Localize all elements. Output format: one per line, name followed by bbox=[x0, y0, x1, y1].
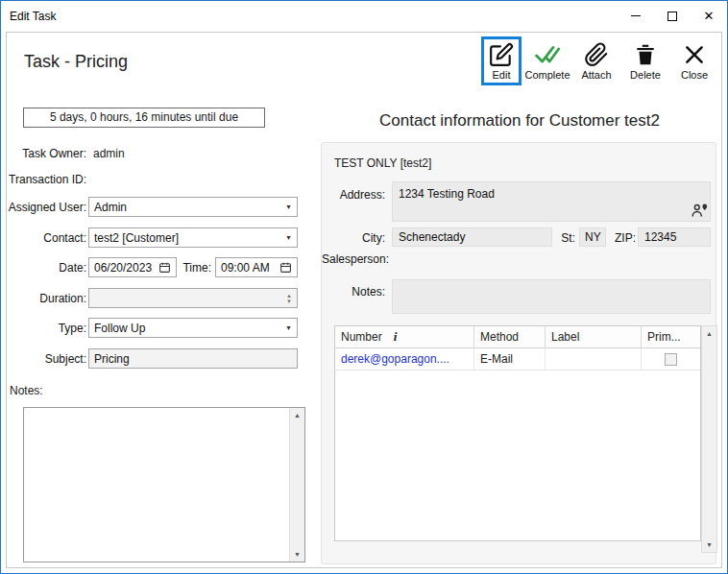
delete-button-label: Delete bbox=[630, 69, 661, 81]
type-value: Follow Up bbox=[94, 322, 145, 335]
zip-label: ZIP: bbox=[574, 231, 636, 245]
date-time-row: Date: 06/20/2023 Time: 09:00 AM bbox=[7, 257, 314, 277]
attach-button[interactable]: Attach bbox=[573, 36, 619, 85]
trash-icon bbox=[633, 42, 658, 67]
time-picker[interactable]: 09:00 AM bbox=[215, 257, 298, 277]
time-label: Time: bbox=[132, 261, 211, 275]
contact-info-heading: Contact information for Customer test2 bbox=[321, 111, 718, 131]
cell-method: E-Mail bbox=[474, 348, 546, 370]
chevron-down-icon: ▼ bbox=[285, 203, 292, 210]
zip-field: 12345 bbox=[638, 227, 711, 247]
salesperson-label: Salesperson: bbox=[322, 252, 385, 266]
attach-button-label: Attach bbox=[581, 69, 611, 81]
duration-stepper[interactable]: ▲ ▼ bbox=[88, 288, 298, 308]
task-owner-value: admin bbox=[93, 147, 125, 160]
email-link[interactable]: derek@goparagon.... bbox=[341, 352, 449, 366]
type-label: Type: bbox=[7, 322, 86, 335]
type-combobox[interactable]: Follow Up ▼ bbox=[88, 318, 298, 338]
column-header-primary[interactable]: Prim... bbox=[642, 326, 700, 347]
zip-value: 12345 bbox=[644, 230, 676, 244]
duration-row: Duration: ▲ ▼ bbox=[7, 288, 314, 308]
scroll-up-icon[interactable]: ▲ bbox=[290, 408, 304, 422]
transaction-id-row: Transaction ID: bbox=[7, 169, 314, 189]
assigned-user-combobox[interactable]: Admin ▼ bbox=[88, 197, 298, 217]
contact-row: Contact: test2 [Customer] ▼ bbox=[7, 227, 314, 248]
column-header-number[interactable]: Number i bbox=[335, 326, 474, 347]
panel-scrollbar[interactable]: ▲ ▼ bbox=[701, 325, 717, 553]
time-value: 09:00 AM bbox=[221, 261, 270, 275]
city-label: City: bbox=[322, 231, 385, 245]
complete-button[interactable]: Complete bbox=[524, 36, 570, 85]
complete-button-label: Complete bbox=[524, 69, 570, 81]
subject-field[interactable]: Pricing bbox=[88, 348, 298, 369]
notes-scrollbar[interactable]: ▲ ▼ bbox=[289, 408, 304, 562]
edit-button[interactable]: Edit bbox=[481, 36, 522, 85]
cell-primary bbox=[642, 348, 700, 370]
subject-value: Pricing bbox=[94, 352, 130, 366]
duration-label: Duration: bbox=[7, 292, 86, 305]
scroll-up-icon[interactable]: ▲ bbox=[702, 326, 716, 341]
maximize-button[interactable] bbox=[654, 1, 691, 31]
task-owner-row: Task Owner: admin bbox=[7, 143, 314, 163]
close-task-button[interactable]: Close bbox=[671, 36, 717, 85]
cell-label bbox=[546, 348, 642, 370]
contact-notes-field bbox=[392, 279, 711, 314]
toolbar: Edit Complete Attach Delete bbox=[481, 36, 717, 85]
assigned-user-row: Assigned User: Admin ▼ bbox=[7, 197, 314, 217]
type-row: Type: Follow Up ▼ bbox=[7, 318, 314, 338]
subject-row: Subject: Pricing bbox=[7, 348, 314, 369]
minimize-icon bbox=[631, 15, 641, 16]
edit-icon bbox=[489, 42, 514, 67]
address-value: 1234 Testing Road bbox=[399, 187, 495, 201]
notes-field-wrap: ▲ ▼ bbox=[23, 407, 305, 562]
assigned-user-value: Admin bbox=[94, 201, 127, 214]
window-controls: ✕ bbox=[618, 1, 727, 31]
transaction-id-label: Transaction ID: bbox=[7, 173, 86, 186]
contact-label: Contact: bbox=[7, 231, 86, 245]
close-icon: ✕ bbox=[704, 9, 715, 23]
address-field: 1234 Testing Road bbox=[392, 181, 711, 222]
contact-value: test2 [Customer] bbox=[94, 231, 179, 245]
notes-textarea[interactable] bbox=[24, 408, 289, 562]
window-title: Edit Task bbox=[10, 10, 56, 23]
column-header-number-label: Number bbox=[341, 330, 382, 344]
edit-button-label: Edit bbox=[493, 69, 511, 81]
address-label: Address: bbox=[322, 188, 385, 202]
close-x-icon bbox=[682, 42, 707, 67]
subject-label: Subject: bbox=[7, 352, 86, 366]
chevron-down-icon: ▼ bbox=[285, 324, 292, 331]
contact-methods-table: Number i Method Label Prim... derek@gopa… bbox=[334, 325, 701, 541]
contact-notes-label: Notes: bbox=[322, 285, 385, 299]
close-window-button[interactable]: ✕ bbox=[691, 1, 727, 31]
task-owner-label: Task Owner: bbox=[7, 147, 86, 160]
company-name: TEST ONLY [test2] bbox=[334, 156, 431, 170]
page-title: Task - Pricing bbox=[24, 52, 128, 72]
delete-button[interactable]: Delete bbox=[622, 36, 668, 85]
info-icon: i bbox=[394, 329, 398, 345]
city-value: Schenectady bbox=[399, 230, 465, 244]
scroll-down-icon[interactable]: ▼ bbox=[702, 538, 716, 552]
due-countdown-banner: 5 days, 0 hours, 16 minutes until due bbox=[23, 108, 265, 128]
minimize-button[interactable] bbox=[618, 1, 654, 31]
table-row: derek@goparagon.... E-Mail bbox=[335, 348, 700, 371]
date-label: Date: bbox=[7, 261, 86, 275]
clock-calendar-icon[interactable] bbox=[279, 261, 292, 274]
contact-location-icon[interactable] bbox=[691, 202, 708, 219]
primary-checkbox bbox=[665, 353, 677, 366]
spinner-arrows[interactable]: ▲ ▼ bbox=[286, 293, 292, 304]
table-header-row: Number i Method Label Prim... bbox=[335, 326, 700, 348]
cell-number: derek@goparagon.... bbox=[335, 348, 474, 370]
paperclip-icon bbox=[584, 42, 609, 67]
close-task-button-label: Close bbox=[681, 69, 708, 81]
state-label: St: bbox=[514, 231, 575, 245]
contact-combobox[interactable]: test2 [Customer] ▼ bbox=[88, 227, 298, 248]
contact-info-panel: TEST ONLY [test2] Address: 1234 Testing … bbox=[321, 142, 716, 564]
column-header-method[interactable]: Method bbox=[474, 326, 546, 347]
column-header-label[interactable]: Label bbox=[546, 326, 642, 347]
scroll-down-icon[interactable]: ▼ bbox=[290, 547, 304, 562]
spin-down-icon: ▼ bbox=[286, 299, 292, 304]
complete-check-icon bbox=[535, 42, 560, 67]
edit-task-window: Edit Task ✕ Task - Pricing Edit Complete bbox=[0, 0, 728, 574]
maximize-icon bbox=[667, 12, 677, 21]
chevron-down-icon: ▼ bbox=[285, 234, 292, 241]
